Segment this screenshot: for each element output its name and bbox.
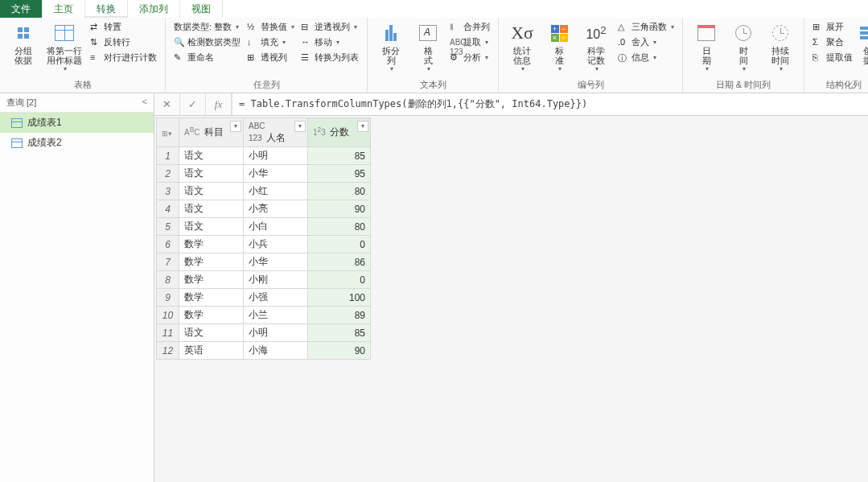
time-button[interactable]: 时 间 [726, 20, 760, 74]
cell[interactable]: 小白 [244, 218, 308, 236]
groupby-button[interactable]: 分组 依据 [6, 20, 40, 67]
cell[interactable]: 小红 [244, 183, 308, 200]
cell[interactable]: 小强 [244, 289, 308, 307]
cell[interactable]: 小明 [244, 147, 308, 165]
standard-button[interactable]: +−×÷ 标 准 [542, 20, 576, 74]
cell[interactable]: 86 [308, 253, 371, 271]
tab-home[interactable]: 主页 [43, 0, 85, 18]
date-button[interactable]: 日 期 [689, 20, 723, 74]
replace-button[interactable]: ½替换值 [245, 20, 296, 34]
transpose-button[interactable]: ⇄转置 [88, 20, 158, 34]
cell[interactable]: 90 [308, 200, 371, 218]
tab-transform[interactable]: 转换 [85, 0, 128, 18]
cell[interactable]: 语文 [179, 183, 244, 200]
cell[interactable]: 数学 [179, 307, 244, 324]
aggregate-button[interactable]: Σ聚合 [811, 35, 854, 49]
cell[interactable]: 语文 [179, 147, 244, 165]
cell[interactable]: 85 [308, 324, 371, 342]
column-header-人名[interactable]: ABC123 人名▾ [244, 118, 308, 147]
cell[interactable]: 95 [308, 165, 371, 183]
firstrow-header-button[interactable]: 将第一行 用作标题 [43, 20, 85, 74]
cell[interactable]: 小兰 [244, 307, 308, 324]
cell[interactable]: 小亮 [244, 200, 308, 218]
table-row[interactable]: 2语文小华95 [157, 165, 371, 183]
merge-columns-button[interactable]: ⫴合并列 [448, 20, 492, 34]
cell[interactable]: 语文 [179, 324, 244, 342]
tab-file[interactable]: 文件 [0, 0, 43, 18]
cell[interactable]: 80 [308, 183, 371, 200]
rename-button[interactable]: ✎重命名 [172, 51, 242, 64]
create-button[interactable]: 创 据 [858, 20, 868, 67]
sidebar-item-query1[interactable]: 成绩表1 [0, 113, 154, 133]
detect-type-button[interactable]: 🔍检测数据类型 [172, 35, 242, 49]
cancel-formula-button[interactable]: ✕ [154, 93, 180, 115]
tab-addcolumn[interactable]: 添加列 [128, 0, 180, 18]
confirm-formula-button[interactable]: ✓ [180, 93, 206, 115]
cell[interactable]: 85 [308, 147, 371, 165]
filter-dropdown[interactable]: ▾ [294, 121, 306, 132]
sidebar-item-query2[interactable]: 成绩表2 [0, 133, 154, 153]
extract-values-button[interactable]: ⎘提取值 [811, 51, 854, 64]
cell[interactable]: 数学 [179, 253, 244, 271]
cell[interactable]: 小刚 [244, 271, 308, 289]
cell[interactable]: 0 [308, 271, 371, 289]
table-row[interactable]: 11语文小明85 [157, 324, 371, 342]
scientific-button[interactable]: 102 科学 记数 [579, 20, 613, 74]
cell[interactable]: 小兵 [244, 236, 308, 253]
cell[interactable]: 89 [308, 307, 371, 324]
cell[interactable]: 数学 [179, 271, 244, 289]
datatype-button[interactable]: 数据类型: 整数 [172, 20, 242, 34]
move-button[interactable]: ↔移动 [299, 35, 360, 49]
count-rows-button[interactable]: ≡对行进行计数 [88, 51, 158, 64]
split-icon [380, 22, 402, 44]
reverse-rows-button[interactable]: ⇅反转行 [88, 35, 158, 49]
duration-button[interactable]: 持续 时间 [763, 20, 797, 74]
select-all-corner[interactable]: ⊞▾ [157, 118, 179, 147]
rounding-button[interactable]: .0舍入 [616, 35, 676, 49]
table-row[interactable]: 4语文小亮90 [157, 200, 371, 218]
table-row[interactable]: 9数学小强100 [157, 289, 371, 307]
row-number: 1 [157, 147, 179, 165]
cell[interactable]: 小华 [244, 165, 308, 183]
cell[interactable]: 语文 [179, 200, 244, 218]
cell[interactable]: 90 [308, 342, 371, 360]
filter-dropdown[interactable]: ▾ [230, 121, 241, 132]
info-button[interactable]: ⓘ信息 [616, 51, 676, 64]
table-row[interactable]: 10数学小兰89 [157, 307, 371, 324]
statistics-button[interactable]: Χσ 统计 信息 [505, 20, 539, 74]
column-header-分数[interactable]: 123 分数▾ [308, 118, 371, 147]
column-header-科目[interactable]: ABC 科目▾ [179, 118, 244, 147]
cell[interactable]: 数学 [179, 289, 244, 307]
cell[interactable]: 小海 [244, 342, 308, 360]
split-column-button[interactable]: 拆分 列 [374, 20, 408, 74]
cell[interactable]: 数学 [179, 236, 244, 253]
table-row[interactable]: 3语文小红80 [157, 183, 371, 200]
format-button[interactable]: 格 式 [411, 20, 445, 74]
extract-button[interactable]: ABC123提取 [448, 35, 492, 49]
formula-input[interactable] [232, 93, 868, 115]
collapse-icon[interactable]: < [142, 97, 147, 109]
trig-button[interactable]: △三角函数 [616, 20, 676, 34]
pivot-button[interactable]: ⊞透视列 [245, 51, 296, 64]
cell[interactable]: 语文 [179, 218, 244, 236]
tab-view[interactable]: 视图 [180, 0, 223, 18]
table-row[interactable]: 6数学小兵0 [157, 236, 371, 253]
table-row[interactable]: 1语文小明85 [157, 147, 371, 165]
cell[interactable]: 100 [308, 289, 371, 307]
cell[interactable]: 小明 [244, 324, 308, 342]
table-row[interactable]: 12英语小海90 [157, 342, 371, 360]
cell[interactable]: 0 [308, 236, 371, 253]
table-row[interactable]: 5语文小白80 [157, 218, 371, 236]
parse-button[interactable]: ⚙分析 [448, 51, 492, 64]
expand-button[interactable]: ⊞展开 [811, 20, 854, 34]
filter-dropdown[interactable]: ▾ [357, 121, 368, 132]
table-row[interactable]: 8数学小刚0 [157, 271, 371, 289]
cell[interactable]: 80 [308, 218, 371, 236]
cell[interactable]: 语文 [179, 165, 244, 183]
unpivot-button[interactable]: ⊟逆透视列 [299, 20, 360, 34]
cell[interactable]: 小华 [244, 253, 308, 271]
cell[interactable]: 英语 [179, 342, 244, 360]
tolist-button[interactable]: ☰转换为列表 [299, 51, 360, 64]
fill-button[interactable]: ↓填充 [245, 35, 296, 49]
table-row[interactable]: 7数学小华86 [157, 253, 371, 271]
